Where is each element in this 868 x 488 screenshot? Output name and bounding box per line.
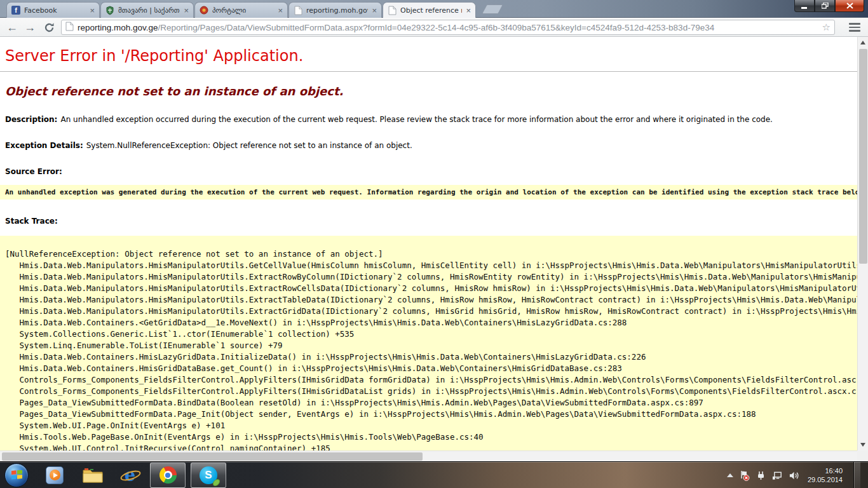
tab-close-icon[interactable]: × xyxy=(465,6,471,15)
description-line: Description:An unhandled exception occur… xyxy=(5,115,851,124)
facebook-icon: f xyxy=(11,5,21,15)
restore-button[interactable] xyxy=(815,0,835,12)
taskbar: e S 16:40 29.05.2014 xyxy=(0,461,868,488)
page-icon xyxy=(387,5,397,15)
windows-logo-icon xyxy=(4,463,29,487)
source-error-label: Source Error: xyxy=(5,167,851,176)
page-icon xyxy=(65,22,74,34)
address-bar[interactable]: reporting.moh.gov.ge/Reporting/Pages/Dat… xyxy=(61,20,835,35)
media-player-icon xyxy=(46,466,64,484)
stack-trace-line: System.Collections.Generic.List`1..ctor(… xyxy=(5,329,852,340)
vertical-scrollbar[interactable] xyxy=(857,37,868,451)
tab-facebook[interactable]: f Facebook × xyxy=(6,2,100,18)
taskbar-clock[interactable]: 16:40 29.05.2014 xyxy=(808,466,843,484)
stack-trace-line: Hmis.Data.Web.Containers.HmisGridDataBas… xyxy=(5,363,852,374)
stack-trace-line: Hmis.Data.Web.Manipulators.HmisManipulat… xyxy=(5,260,852,271)
vertical-scroll-thumb[interactable] xyxy=(859,49,867,264)
tray-expand-icon[interactable] xyxy=(727,473,733,477)
browser-toolbar: ← → reporting.moh.gov.ge/Reporting/Pages… xyxy=(0,18,868,37)
stack-trace-label: Stack Trace: xyxy=(5,217,851,226)
stack-trace-line: Hmis.Data.Web.Manipulators.HmisManipulat… xyxy=(5,283,852,294)
tab-georgian-home[interactable]: მთავარი | საქართველოს × xyxy=(100,2,194,18)
scrollbar-corner xyxy=(857,451,868,461)
stack-trace-line: System.Web.UI.Control.InitRecursive(Cont… xyxy=(5,443,852,451)
clock-time: 16:40 xyxy=(808,466,843,475)
media-player-button[interactable] xyxy=(41,463,69,488)
stack-trace-line: [NullReferenceException: Object referenc… xyxy=(5,248,852,260)
scroll-up-icon[interactable] xyxy=(860,41,865,44)
reload-icon[interactable] xyxy=(41,20,57,35)
browser-viewport: Server Error in '/Reporting' Application… xyxy=(0,37,868,461)
tab-error-page-active[interactable]: Object reference not set to × xyxy=(383,2,476,18)
stack-trace-line: Pages_Data_ViewSubmittedFormData.BindDat… xyxy=(5,397,852,409)
action-center-flag-icon[interactable] xyxy=(739,470,750,481)
close-button[interactable] xyxy=(835,0,864,12)
stack-trace-line: Controls_Forms_Components_FieldsFilterCo… xyxy=(5,374,852,386)
folder-icon xyxy=(83,467,103,484)
browser-titlebar: f Facebook × მთავარი | საქართველოს × პორ… xyxy=(0,0,868,18)
clock-date: 29.05.2014 xyxy=(808,475,843,484)
horizontal-scrollbar[interactable] xyxy=(0,451,857,461)
tab-title: reporting.moh.gov.ge/Re xyxy=(306,6,368,15)
tab-portal[interactable]: პორტალი × xyxy=(194,2,288,18)
desktop-screen: f Facebook × მთავარი | საქართველოს × პორ… xyxy=(0,0,868,488)
stack-trace-line: Pages_Data_ViewSubmittedFormData.Page_In… xyxy=(5,409,852,420)
internet-explorer-icon: e xyxy=(121,466,140,485)
tab-close-icon[interactable]: × xyxy=(277,6,283,15)
show-desktop-button[interactable] xyxy=(853,462,860,488)
file-explorer-button[interactable] xyxy=(79,463,107,488)
tab-reporting[interactable]: reporting.moh.gov.ge/Re × xyxy=(288,2,382,18)
power-plug-icon[interactable] xyxy=(756,470,766,481)
stack-trace-line: Hmis.Data.Web.Manipulators.HmisManipulat… xyxy=(5,306,852,317)
stack-trace-line: System.Linq.Enumerable.ToList(IEnumerabl… xyxy=(5,340,852,351)
chrome-button[interactable] xyxy=(150,463,186,488)
tab-title: Object reference not set to xyxy=(400,6,462,15)
window-controls xyxy=(794,0,864,12)
start-button[interactable] xyxy=(3,463,31,488)
shield-icon xyxy=(105,5,115,15)
tab-title: პორტალი xyxy=(212,6,274,15)
divider xyxy=(0,71,857,72)
page-icon xyxy=(293,5,303,15)
stack-trace-line: Hmis.Data.Web.Containers.HmisLazyGridDat… xyxy=(5,351,852,363)
stack-trace-line: Controls_Forms_Components_FieldsFilterCo… xyxy=(5,386,852,397)
new-tab-button[interactable] xyxy=(482,4,503,14)
system-tray: 16:40 29.05.2014 xyxy=(727,462,860,488)
tab-title: მთავარი | საქართველოს xyxy=(118,6,180,15)
description-text: An unhandled exception occurred during t… xyxy=(60,115,772,124)
volume-icon[interactable] xyxy=(789,470,799,481)
exception-details-text: System.NullReferenceException: Object re… xyxy=(86,141,412,150)
tab-strip: f Facebook × მთავარი | საქართველოს × პორ… xyxy=(6,2,477,18)
internet-explorer-button[interactable]: e xyxy=(117,463,145,488)
network-icon[interactable] xyxy=(772,470,783,481)
url-path: /Reporting/Pages/Data/ViewSubmittedFormD… xyxy=(158,23,715,32)
skype-button[interactable]: S xyxy=(191,463,226,488)
stack-trace-line: Hmis.Data.Web.Manipulators.HmisManipulat… xyxy=(5,271,852,283)
error-message: Object reference not set to an instance … xyxy=(5,85,851,98)
source-error-box: An unhandled exception was generated dur… xyxy=(0,185,857,200)
stack-trace-line: System.Web.UI.Page.OnInit(EventArgs e) +… xyxy=(5,420,852,431)
stack-trace-line: Hmis.Data.Web.Containers.<GetGridData>d_… xyxy=(5,317,852,329)
horizontal-scroll-thumb[interactable] xyxy=(2,452,423,461)
bookmark-star-icon[interactable]: ☆ xyxy=(822,22,831,33)
tab-close-icon[interactable]: × xyxy=(371,6,377,15)
tab-close-icon[interactable]: × xyxy=(183,6,189,15)
emblem-icon xyxy=(199,5,209,15)
minimize-button[interactable] xyxy=(794,0,815,12)
chrome-icon xyxy=(159,466,177,484)
stack-trace-box: [NullReferenceException: Object referenc… xyxy=(0,236,857,451)
url-text[interactable]: reporting.moh.gov.ge/Reporting/Pages/Dat… xyxy=(78,23,818,32)
back-button[interactable]: ← xyxy=(4,20,20,35)
tab-close-icon[interactable]: × xyxy=(89,6,95,15)
page-title: Server Error in '/Reporting' Application… xyxy=(5,47,851,65)
error-page: Server Error in '/Reporting' Application… xyxy=(0,37,857,451)
stack-trace-line: Hmis.Tools.Web.PageBase.OnInit(EventArgs… xyxy=(5,431,852,443)
skype-icon: S xyxy=(200,466,217,484)
menu-icon[interactable] xyxy=(846,22,863,33)
scroll-down-icon[interactable] xyxy=(860,443,865,447)
tab-title: Facebook xyxy=(24,6,86,15)
forward-button[interactable]: → xyxy=(22,20,38,35)
exception-details-label: Exception Details: xyxy=(5,141,83,150)
stack-trace-line: Hmis.Data.Web.Manipulators.HmisManipulat… xyxy=(5,294,852,306)
url-domain: reporting.moh.gov.ge xyxy=(78,23,158,32)
